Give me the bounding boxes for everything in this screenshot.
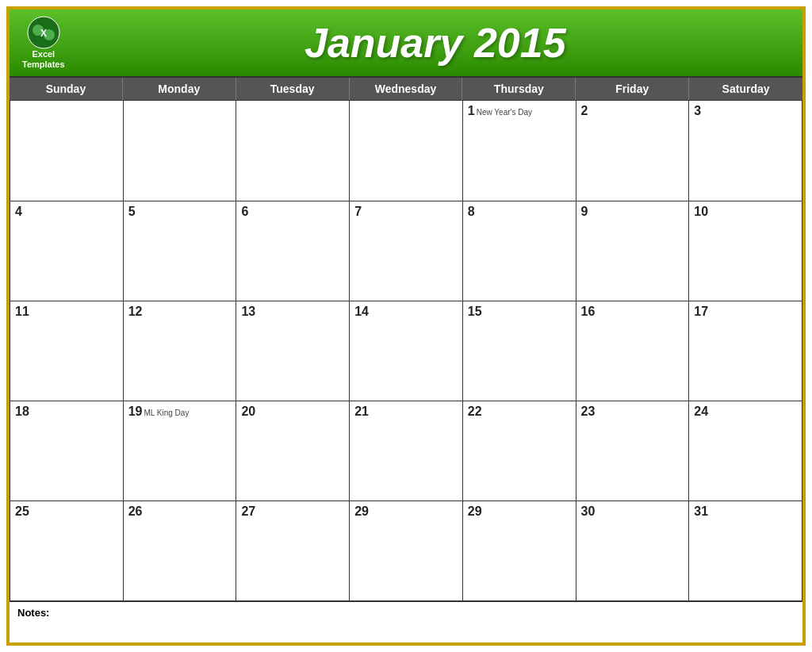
week-row-2: 45678910 xyxy=(10,201,802,301)
cell-number: 30 xyxy=(581,504,596,518)
cell-number: 29 xyxy=(468,504,482,518)
cell-number: 19 xyxy=(128,405,143,418)
week-row-5: 25262729293031 xyxy=(10,501,802,601)
cell-number: 20 xyxy=(241,405,255,418)
calendar-cell: 8 xyxy=(463,201,576,301)
calendar-cell: 21 xyxy=(350,401,463,501)
logo-area: X Excel Templates xyxy=(22,16,65,70)
day-header-monday: Monday xyxy=(123,78,236,100)
cell-number: 10 xyxy=(694,205,708,218)
calendar-cell: 22 xyxy=(463,401,576,501)
week-row-3: 11121314151617 xyxy=(10,301,802,401)
cell-number: 7 xyxy=(354,205,362,218)
day-headers: SundayMondayTuesdayWednesdayThursdayFrid… xyxy=(10,78,802,100)
calendar-cell: 12 xyxy=(124,301,237,401)
notes-area: Notes: xyxy=(10,601,802,642)
logo-icon: X xyxy=(27,16,60,49)
cell-number: 31 xyxy=(694,504,708,518)
calendar-cell xyxy=(350,101,463,201)
calendar-cell: 17 xyxy=(689,301,802,401)
day-header-wednesday: Wednesday xyxy=(350,78,463,100)
calendar-cell: 23 xyxy=(576,401,690,501)
cell-number: 11 xyxy=(15,305,29,318)
calendar-cell: 26 xyxy=(124,501,237,601)
cell-number: 21 xyxy=(354,405,369,418)
calendar-cell: 31 xyxy=(689,501,802,601)
week-row-4: 1819ML King Day2021222324 xyxy=(10,401,802,501)
calendar-area: SundayMondayTuesdayWednesdayThursdayFrid… xyxy=(10,76,802,601)
cell-number: 15 xyxy=(468,305,482,318)
day-header-tuesday: Tuesday xyxy=(236,78,350,100)
cell-number: 17 xyxy=(694,305,708,318)
cell-number: 25 xyxy=(15,504,29,518)
calendar-cell: 19ML King Day xyxy=(124,401,237,501)
calendar-cell: 1New Year's Day xyxy=(463,101,576,201)
calendar-cell: 29 xyxy=(463,501,576,601)
day-header-thursday: Thursday xyxy=(462,78,576,100)
calendar-cell: 13 xyxy=(236,301,350,401)
calendar-cell: 24 xyxy=(689,401,802,501)
svg-text:X: X xyxy=(40,28,47,39)
calendar-cell: 18 xyxy=(10,401,124,501)
cell-number: 29 xyxy=(354,504,369,518)
cell-number: 27 xyxy=(241,504,255,518)
week-row-1: 1New Year's Day23 xyxy=(10,101,802,201)
calendar-container: X Excel Templates January 2015 SundayMon… xyxy=(6,6,806,646)
cell-number: 18 xyxy=(15,405,29,418)
calendar-cell xyxy=(124,101,237,201)
cell-number: 4 xyxy=(15,205,22,218)
cell-number: 13 xyxy=(241,305,255,318)
cell-number: 14 xyxy=(354,305,369,318)
day-header-friday: Friday xyxy=(576,78,689,100)
holiday-label: New Year's Day xyxy=(477,108,532,117)
calendar-cell xyxy=(236,101,350,201)
calendar-cell: 10 xyxy=(689,201,802,301)
cell-number: 16 xyxy=(581,305,596,318)
cell-number: 24 xyxy=(694,405,708,418)
calendar-cell: 20 xyxy=(236,401,350,501)
cell-number: 22 xyxy=(468,405,482,418)
cell-number: 2 xyxy=(581,104,588,117)
calendar-cell: 30 xyxy=(576,501,690,601)
cell-number: 6 xyxy=(241,205,248,218)
cell-number: 8 xyxy=(468,205,475,218)
calendar-cell: 5 xyxy=(124,201,237,301)
cell-number: 23 xyxy=(581,405,596,418)
cell-number: 12 xyxy=(128,305,143,318)
cell-number: 9 xyxy=(581,205,588,218)
calendar-cell: 4 xyxy=(10,201,124,301)
month-title: January 2015 xyxy=(81,19,790,67)
notes-label: Notes: xyxy=(17,607,49,619)
holiday-label: ML King Day xyxy=(144,408,190,417)
calendar-cell: 16 xyxy=(576,301,690,401)
cell-number: 3 xyxy=(694,104,701,117)
calendar-cell: 2 xyxy=(576,101,690,201)
calendar-cell: 9 xyxy=(576,201,690,301)
calendar-cell: 27 xyxy=(236,501,350,601)
cell-number: 5 xyxy=(128,205,136,218)
calendar-grid: 1New Year's Day2345678910111213141516171… xyxy=(10,100,802,601)
calendar-cell: 6 xyxy=(236,201,350,301)
calendar-cell: 14 xyxy=(350,301,463,401)
calendar-header: X Excel Templates January 2015 xyxy=(10,10,802,76)
cell-number: 1 xyxy=(468,104,475,117)
day-header-saturday: Saturday xyxy=(689,78,802,100)
calendar-cell: 15 xyxy=(463,301,576,401)
calendar-cell: 3 xyxy=(689,101,802,201)
cell-number: 26 xyxy=(128,504,143,518)
day-header-sunday: Sunday xyxy=(10,78,123,100)
calendar-cell: 25 xyxy=(10,501,124,601)
logo-text: Excel Templates xyxy=(22,49,65,70)
calendar-cell xyxy=(10,101,124,201)
calendar-cell: 7 xyxy=(350,201,463,301)
calendar-cell: 29 xyxy=(350,501,463,601)
calendar-cell: 11 xyxy=(10,301,124,401)
